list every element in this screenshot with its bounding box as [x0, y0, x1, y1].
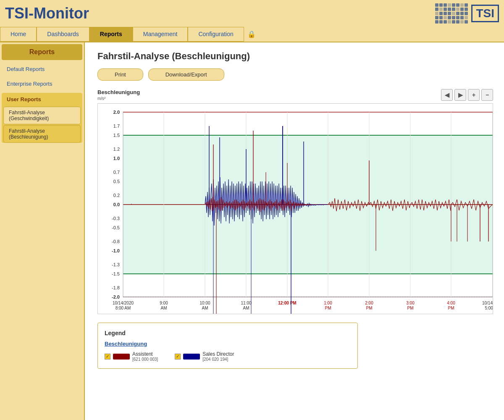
svg-text:12:00 PM: 12:00 PM [278, 301, 296, 305]
svg-text:0.7: 0.7 [113, 170, 120, 175]
sidebar: Reports Default Reports Enterprise Repor… [0, 42, 84, 420]
legend-box: Legend Beschleunigung ✓ Assistent [621 0… [97, 323, 358, 369]
svg-text:-0.8: -0.8 [112, 239, 120, 244]
svg-text:3:00: 3:00 [406, 301, 415, 305]
chart-container: Beschleunigung m/s² ◀ ▶ + − [97, 89, 493, 314]
legend-checkbox-sales-director[interactable]: ✓ [175, 354, 181, 360]
svg-text:-0.5: -0.5 [112, 225, 120, 230]
svg-text:-2.0: -2.0 [112, 294, 120, 299]
legend-title: Legend [105, 330, 351, 336]
chart-zoom-out[interactable]: − [481, 89, 493, 101]
svg-text:-1.8: -1.8 [112, 285, 120, 290]
legend-color-sales-director [183, 354, 200, 360]
legend-item-sales-director: ✓ Sales Director [204 020 194] [175, 351, 234, 362]
sidebar-default-reports[interactable]: Default Reports [0, 62, 84, 76]
lock-icon: 🔒 [244, 27, 259, 42]
svg-text:1.2: 1.2 [113, 147, 120, 152]
nav-management[interactable]: Management [133, 27, 188, 42]
svg-text:-1.5: -1.5 [112, 271, 120, 276]
chart-nav-next[interactable]: ▶ [454, 89, 466, 101]
sidebar-enterprise-reports[interactable]: Enterprise Reports [0, 76, 84, 91]
chart-nav-prev[interactable]: ◀ [441, 89, 453, 101]
tsi-text: TSI [471, 5, 499, 22]
app-header: TSI-Monitor TSI [0, 0, 504, 27]
svg-text:10/14/2020: 10/14/2020 [482, 301, 493, 305]
sidebar-user-reports-header: User Reports [2, 93, 82, 106]
download-button[interactable]: Download/Export [148, 68, 224, 81]
svg-text:4:00: 4:00 [447, 301, 455, 305]
svg-text:1.7: 1.7 [113, 123, 120, 129]
nav-home[interactable]: Home [0, 27, 37, 42]
svg-text:PM: PM [325, 306, 331, 310]
nav-dashboards[interactable]: Dashboards [37, 27, 89, 42]
svg-text:1.0: 1.0 [113, 156, 120, 161]
chart-unit: m/s² [97, 96, 140, 101]
svg-text:AM: AM [243, 306, 249, 310]
legend-items: ✓ Assistent [621 000 003] ✓ Sales Direct… [105, 351, 351, 362]
sidebar-fahrstil-geschwindigkeit[interactable]: Fahrstil-Analyse (Geschwindigkeit) [3, 107, 81, 124]
svg-text:1.5: 1.5 [113, 133, 120, 138]
svg-text:PM: PM [448, 306, 454, 310]
legend-checkbox-assistent[interactable]: ✓ [105, 354, 110, 360]
svg-text:8:00 AM: 8:00 AM [116, 306, 131, 310]
print-button[interactable]: Print [97, 68, 143, 81]
legend-item-assistent: ✓ Assistent [621 000 003] [105, 351, 158, 362]
tsi-logo: TSI [435, 3, 499, 24]
chart-area: 2.0 1.7 1.5 1.2 1.0 0.7 0.5 0.2 0.0 -0.3… [97, 103, 493, 314]
svg-text:10/14/2020: 10/14/2020 [113, 301, 134, 305]
sidebar-header: Reports [2, 44, 82, 60]
chart-svg: 2.0 1.7 1.5 1.2 1.0 0.7 0.5 0.2 0.0 -0.3… [98, 104, 493, 314]
svg-text:2:00: 2:00 [365, 301, 373, 305]
main-layout: Reports Default Reports Enterprise Repor… [0, 42, 504, 420]
svg-text:0.2: 0.2 [113, 193, 120, 198]
page-title: Fahrstil-Analyse (Beschleunigung) [97, 51, 493, 62]
nav-configuration[interactable]: Configuration [188, 27, 244, 42]
svg-text:9:00: 9:00 [160, 301, 168, 305]
svg-text:AM: AM [202, 306, 208, 310]
svg-text:0.0: 0.0 [113, 202, 120, 207]
svg-text:PM: PM [407, 306, 414, 310]
svg-text:-1.0: -1.0 [112, 248, 120, 253]
chart-nav: ◀ ▶ + − [441, 89, 493, 101]
svg-text:10:00: 10:00 [200, 301, 210, 305]
svg-text:-1.3: -1.3 [112, 262, 120, 267]
svg-text:AM: AM [161, 306, 167, 310]
chart-title: Beschleunigung [97, 89, 140, 95]
svg-text:5:00 PM: 5:00 PM [485, 306, 493, 310]
chart-zoom-in[interactable]: + [468, 89, 480, 101]
legend-section-title: Beschleunigung [105, 341, 351, 347]
legend-label-sales-director: Sales Director [204 020 194] [202, 351, 234, 362]
svg-text:2.0: 2.0 [113, 110, 120, 115]
svg-text:-0.3: -0.3 [112, 216, 120, 221]
sidebar-user-reports-section: User Reports Fahrstil-Analyse (Geschwind… [2, 93, 82, 143]
legend-color-assistent [113, 354, 130, 360]
legend-label-assistent: Assistent [621 000 003] [132, 351, 158, 362]
toolbar: Print Download/Export [97, 68, 493, 81]
svg-text:0.5: 0.5 [113, 179, 120, 184]
navbar: Home Dashboards Reports Management Confi… [0, 27, 504, 42]
nav-reports[interactable]: Reports [89, 27, 133, 42]
tsi-dots [435, 3, 468, 24]
app-title: TSI-Monitor [5, 5, 89, 22]
svg-text:1:00: 1:00 [324, 301, 332, 305]
sidebar-fahrstil-beschleunigung[interactable]: Fahrstil-Analyse (Beschleunigung) [3, 125, 81, 143]
main-content: Fahrstil-Analyse (Beschleunigung) Print … [84, 42, 504, 420]
svg-text:11:00: 11:00 [241, 301, 251, 305]
svg-text:PM: PM [366, 306, 373, 310]
